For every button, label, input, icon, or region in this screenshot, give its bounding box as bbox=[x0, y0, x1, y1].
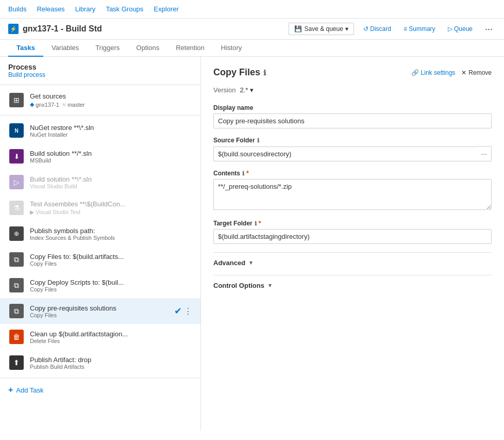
version-chevron-icon: ▾ bbox=[250, 86, 254, 94]
task-text-copy-artifacts: Copy Files to: $(build.artifacts... Copy… bbox=[30, 253, 192, 267]
task-menu-icon[interactable]: ⋮ bbox=[184, 306, 192, 316]
field-display-name: Display name bbox=[213, 104, 492, 128]
panel-title: Copy Files ℹ bbox=[213, 67, 266, 78]
task-text-cleanup: Clean up $(build.artifactstagion... Dele… bbox=[30, 330, 192, 344]
title-left: gnx137-1 - Build Std bbox=[8, 24, 102, 34]
task-item-copy-prereq[interactable]: ⧉ Copy pre-requisites solutions Copy Fil… bbox=[0, 298, 200, 324]
target-folder-required: * bbox=[259, 220, 261, 227]
dropdown-chevron-icon: ▾ bbox=[345, 25, 348, 32]
get-sources-icon: ⊞ bbox=[8, 92, 25, 108]
source-folder-browse-button[interactable]: ··· bbox=[477, 146, 492, 161]
tab-retention[interactable]: Retention bbox=[167, 40, 213, 57]
contents-label: Contents ℹ * bbox=[213, 170, 492, 177]
vs-icon: ▷ bbox=[8, 174, 25, 190]
link-settings-button[interactable]: 🔗 Link settings bbox=[411, 69, 456, 76]
source-folder-input[interactable] bbox=[213, 146, 477, 161]
add-task-button[interactable]: + Add Task bbox=[0, 380, 200, 400]
task-text-nuget: NuGet restore **\*.sln NuGet Installer bbox=[30, 124, 192, 138]
symbols-icon: ⊕ bbox=[8, 225, 25, 242]
process-subtitle[interactable]: Build process bbox=[8, 71, 192, 78]
version-row: Version 2.* ▾ bbox=[213, 86, 492, 94]
discard-button[interactable]: ↺ Discard bbox=[360, 23, 394, 35]
contents-textarea[interactable]: **/_prereq-solutions/*.zip bbox=[213, 179, 492, 210]
task-text-copy-prereq: Copy pre-requisites solutions Copy Files bbox=[30, 304, 174, 318]
title-bar: gnx137-1 - Build Std 💾 Save & queue ▾ ↺ … bbox=[0, 19, 504, 40]
left-panel: Process Build process ⊞ Get sources ◆ gn… bbox=[0, 57, 201, 431]
panel-header: Copy Files ℹ 🔗 Link settings ✕ Remove bbox=[213, 67, 492, 78]
tab-variables[interactable]: Variables bbox=[43, 40, 87, 57]
divider3 bbox=[0, 378, 200, 378]
summary-icon: ≡ bbox=[404, 25, 407, 32]
nav-task-groups[interactable]: Task Groups bbox=[106, 5, 143, 13]
remove-button[interactable]: ✕ Remove bbox=[461, 69, 492, 76]
task-item-cleanup[interactable]: 🗑 Clean up $(build.artifactstagion... De… bbox=[0, 324, 200, 350]
field-source-folder: Source Folder ℹ ··· bbox=[213, 137, 492, 161]
task-text-build-vs: Build solution **\*.sln Visual Studio Bu… bbox=[30, 175, 192, 189]
tab-options[interactable]: Options bbox=[128, 40, 167, 57]
task-item-nuget-restore[interactable]: N NuGet restore **\*.sln NuGet Installer bbox=[0, 118, 200, 143]
flask-icon: ⚗ bbox=[8, 200, 25, 216]
version-label: Version bbox=[213, 86, 236, 94]
task-item-publish-symbols[interactable]: ⊕ Publish symbols path: Index Sources & … bbox=[0, 221, 200, 247]
nav-explorer[interactable]: Explorer bbox=[154, 5, 178, 13]
page-title: gnx137-1 - Build Std bbox=[23, 24, 102, 34]
task-text-build: Build solution **/*.sln MSBuild bbox=[30, 150, 192, 164]
task-text-test: Test Assemblies **\$(BuildCon... ▶ Visua… bbox=[30, 200, 192, 216]
task-item-build-solution[interactable]: ⬇ Build solution **/*.sln MSBuild bbox=[0, 143, 200, 169]
task-item-publish-artifact[interactable]: ⬆ Publish Artifact: drop Publish Build A… bbox=[0, 350, 200, 376]
task-item-copy-deploy[interactable]: ⧉ Copy Deploy Scripts to: $(buil... Copy… bbox=[0, 272, 200, 298]
target-folder-label: Target Folder ℹ * bbox=[213, 220, 492, 227]
tab-history[interactable]: History bbox=[213, 40, 250, 57]
field-contents: Contents ℹ * **/_prereq-solutions/*.zip bbox=[213, 170, 492, 211]
save-icon: 💾 bbox=[294, 25, 302, 32]
copy-artifacts-icon: ⧉ bbox=[8, 251, 25, 268]
check-icon: ✔ bbox=[174, 305, 182, 317]
publish-icon: ⬆ bbox=[8, 354, 25, 371]
divider bbox=[0, 85, 200, 85]
tab-triggers[interactable]: Triggers bbox=[87, 40, 128, 57]
control-options-header[interactable]: Control Options ▾ bbox=[213, 282, 492, 289]
source-folder-input-group: ··· bbox=[213, 146, 492, 161]
main-layout: Process Build process ⊞ Get sources ◆ gn… bbox=[0, 57, 504, 431]
advanced-header[interactable]: Advanced ▾ bbox=[213, 259, 492, 267]
task-text-get-sources: Get sources ◆ gnx137-1 ⑂ master bbox=[30, 92, 192, 108]
save-queue-button[interactable]: 💾 Save & queue ▾ bbox=[289, 23, 354, 35]
task-item-build-solution-vs[interactable]: ▷ Build solution **\*.sln Visual Studio … bbox=[0, 169, 200, 195]
version-dropdown[interactable]: 2.* ▾ bbox=[240, 86, 254, 94]
contents-required: * bbox=[246, 170, 249, 177]
copy-deploy-icon: ⧉ bbox=[8, 277, 25, 294]
display-name-input[interactable] bbox=[213, 113, 492, 128]
tabs-bar: Tasks Variables Triggers Options Retenti… bbox=[0, 40, 504, 57]
task-meta-get-sources: ◆ gnx137-1 ⑂ master bbox=[30, 101, 192, 108]
panel-actions: 🔗 Link settings ✕ Remove bbox=[411, 69, 492, 76]
display-name-label: Display name bbox=[213, 104, 492, 111]
nav-releases[interactable]: Releases bbox=[37, 5, 64, 13]
task-item-test-assemblies[interactable]: ⚗ Test Assemblies **\$(BuildCon... ▶ Vis… bbox=[0, 195, 200, 221]
contents-info-icon[interactable]: ℹ bbox=[242, 170, 244, 177]
discard-icon: ↺ bbox=[363, 25, 368, 32]
task-item-get-sources[interactable]: ⊞ Get sources ◆ gnx137-1 ⑂ master bbox=[0, 87, 200, 113]
target-folder-input[interactable] bbox=[213, 229, 492, 244]
nuget-icon: N bbox=[8, 122, 25, 139]
delete-icon: 🗑 bbox=[8, 329, 25, 345]
source-folder-info-icon[interactable]: ℹ bbox=[257, 137, 259, 144]
control-options-section: Control Options ▾ bbox=[213, 275, 492, 289]
target-folder-info-icon[interactable]: ℹ bbox=[255, 220, 257, 227]
task-text-copy-deploy: Copy Deploy Scripts to: $(buil... Copy F… bbox=[30, 279, 192, 292]
divider2 bbox=[0, 115, 200, 116]
task-actions: ✔ ⋮ bbox=[174, 305, 192, 317]
queue-button[interactable]: ▷ Queue bbox=[445, 23, 476, 35]
close-icon: ✕ bbox=[461, 69, 466, 76]
summary-button[interactable]: ≡ Summary bbox=[400, 23, 439, 35]
field-target-folder: Target Folder ℹ * bbox=[213, 220, 492, 244]
nav-builds[interactable]: Builds bbox=[8, 5, 26, 13]
title-info-icon[interactable]: ℹ bbox=[263, 69, 266, 77]
task-text-publish: Publish Artifact: drop Publish Build Art… bbox=[30, 356, 192, 370]
advanced-section: Advanced ▾ bbox=[213, 252, 492, 267]
nav-library[interactable]: Library bbox=[75, 5, 96, 13]
more-button[interactable]: ··· bbox=[482, 24, 496, 35]
task-item-copy-files-artifacts[interactable]: ⧉ Copy Files to: $(build.artifacts... Co… bbox=[0, 247, 200, 272]
tab-tasks[interactable]: Tasks bbox=[8, 40, 43, 57]
top-nav: Builds Releases Library Task Groups Expl… bbox=[0, 0, 504, 19]
source-folder-label: Source Folder ℹ bbox=[213, 137, 492, 144]
